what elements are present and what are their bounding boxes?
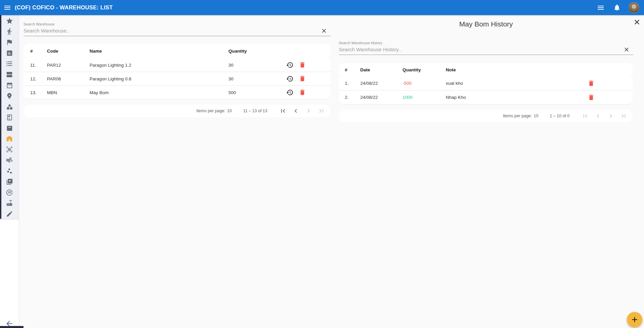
first-page-icon[interactable] — [582, 112, 589, 120]
sidebar-item-flag[interactable] — [0, 37, 19, 48]
sidebar-edge-strip — [0, 15, 1, 219]
history-paginator: Items per page: 10 1 – 10 of 0 — [339, 110, 633, 122]
sidebar-item-chart[interactable] — [0, 48, 19, 58]
history-search-field: Search Warehouse History — [339, 41, 633, 55]
cell-note: xuat kho — [446, 81, 586, 86]
sidebar-item-calendar[interactable] — [0, 80, 19, 90]
table-row[interactable]: 2. 24/08/22 1000 Nhap Kho — [339, 90, 633, 105]
clear-search-icon[interactable] — [321, 27, 327, 34]
col-code: Code — [47, 49, 90, 54]
sidebar-item-list[interactable] — [0, 58, 19, 69]
history-icon[interactable] — [286, 61, 293, 69]
search-history-label: Search Warehouse History — [339, 41, 633, 45]
sidebar-item-router[interactable] — [0, 198, 19, 208]
clear-search-icon[interactable] — [623, 46, 630, 53]
previous-page-icon[interactable] — [292, 107, 300, 115]
sidebar-item-view-agenda[interactable] — [0, 69, 19, 80]
next-page-icon[interactable] — [305, 107, 312, 115]
sidebar-item-shapes[interactable] — [0, 101, 19, 112]
cell-index: 12. — [30, 76, 47, 81]
warehouse-paginator: Items per page: 10 11 – 13 of 13 — [23, 105, 330, 117]
col-quantity: Quantity — [402, 67, 446, 72]
overflow-menu-icon[interactable] — [596, 3, 605, 12]
delete-icon[interactable] — [299, 89, 306, 96]
cell-note: Nhap Kho — [446, 95, 586, 100]
search-warehouse-input[interactable] — [23, 28, 321, 34]
col-index: # — [345, 67, 360, 72]
cell-quantity: -500 — [402, 81, 446, 86]
sidebar-item-lightbulb[interactable] — [0, 90, 19, 101]
table-row[interactable]: 11. PAR12 Paragon Lighting 1.2 30 — [23, 58, 330, 72]
previous-page-icon[interactable] — [594, 112, 602, 120]
history-table-header: # Date Quantity Note — [339, 63, 633, 76]
sidebar-item-3d-rotation[interactable] — [0, 187, 19, 198]
delete-icon[interactable] — [588, 80, 595, 87]
history-table: # Date Quantity Note 1. 24/08/22 -500 xu… — [339, 63, 633, 105]
table-row[interactable]: 13. MBN May Bom 500 — [23, 86, 330, 100]
sidebar-item-scatter[interactable] — [0, 166, 19, 176]
table-row[interactable]: 1. 24/08/22 -500 xuat kho — [339, 76, 633, 90]
history-icon[interactable] — [286, 89, 293, 96]
page-range-label: 1 – 10 of 0 — [550, 114, 570, 118]
col-index: # — [30, 49, 47, 54]
cell-quantity: 30 — [228, 76, 285, 81]
cell-quantity: 1000 — [402, 95, 446, 100]
sidebar-item-edit[interactable] — [0, 208, 19, 219]
sidebar-item-kiosk[interactable] — [0, 112, 19, 123]
col-note: Note — [446, 67, 586, 72]
delete-icon[interactable] — [299, 75, 306, 82]
cell-date: 24/08/22 — [360, 95, 402, 100]
sidebar-item-star[interactable] — [0, 15, 19, 26]
delete-icon[interactable] — [299, 61, 306, 69]
next-page-icon[interactable] — [607, 112, 614, 120]
sidebar-item-walk[interactable] — [0, 26, 19, 37]
menu-icon[interactable] — [0, 0, 15, 15]
items-per-page-value[interactable]: 10 — [227, 109, 232, 113]
cell-date: 24/08/22 — [360, 81, 402, 86]
items-per-page-label: Items per page: — [196, 109, 225, 113]
first-page-icon[interactable] — [279, 107, 287, 115]
search-history-input[interactable] — [339, 47, 623, 52]
col-name: Name — [90, 49, 228, 54]
sidebar-item-photo[interactable] — [0, 176, 19, 187]
col-date: Date — [360, 67, 402, 72]
warehouse-table-header: # Code Name Quantity — [23, 44, 330, 58]
notifications-bell-icon[interactable] — [612, 3, 621, 12]
sidebar-item-air[interactable] — [0, 155, 19, 166]
sidebar-item-warehouse[interactable] — [0, 133, 19, 144]
cell-index: 1. — [345, 81, 360, 86]
delete-icon[interactable] — [588, 94, 595, 101]
sidebar-icon-group — [0, 15, 19, 219]
sidebar-item-archive[interactable] — [0, 123, 19, 133]
warehouse-search-field: Search Warehouse — [23, 22, 331, 36]
cell-index: 11. — [30, 63, 47, 68]
user-avatar[interactable] — [629, 2, 639, 13]
cell-quantity: 500 — [228, 90, 285, 95]
cell-index: 13. — [30, 90, 47, 95]
cell-code: PAR12 — [47, 63, 90, 68]
app-bar: (COF) COFICO - WAREHOUSE: LIST — [0, 0, 644, 15]
bottom-edge-strip — [0, 326, 23, 328]
cell-index: 2. — [345, 95, 360, 100]
last-page-icon[interactable] — [318, 107, 325, 115]
history-panel-title: May Bom History — [339, 20, 633, 28]
page-title: (COF) COFICO - WAREHOUSE: LIST — [15, 4, 113, 11]
cell-quantity: 30 — [228, 63, 285, 68]
cell-code: PAR06 — [47, 76, 90, 81]
close-panel-icon[interactable] — [633, 18, 641, 26]
last-page-icon[interactable] — [620, 112, 627, 120]
cell-name: Paragon Lighting 0.6 — [90, 76, 228, 81]
left-sidebar — [0, 15, 19, 328]
items-per-page-value[interactable]: 10 — [534, 114, 538, 118]
table-row[interactable]: 12. PAR06 Paragon Lighting 0.6 30 — [23, 72, 330, 86]
add-button[interactable] — [627, 312, 642, 327]
items-per-page-label: Items per page: — [503, 114, 532, 118]
page-range-label: 11 – 13 of 13 — [243, 109, 267, 113]
sidebar-item-3d-scan[interactable] — [0, 144, 19, 155]
history-icon[interactable] — [286, 75, 293, 82]
cell-name: Paragon Lighting 1.2 — [90, 63, 228, 68]
col-quantity: Quantity — [228, 49, 285, 54]
cell-name: May Bom — [90, 90, 228, 95]
cell-code: MBN — [47, 90, 90, 95]
search-warehouse-label: Search Warehouse — [23, 22, 331, 26]
